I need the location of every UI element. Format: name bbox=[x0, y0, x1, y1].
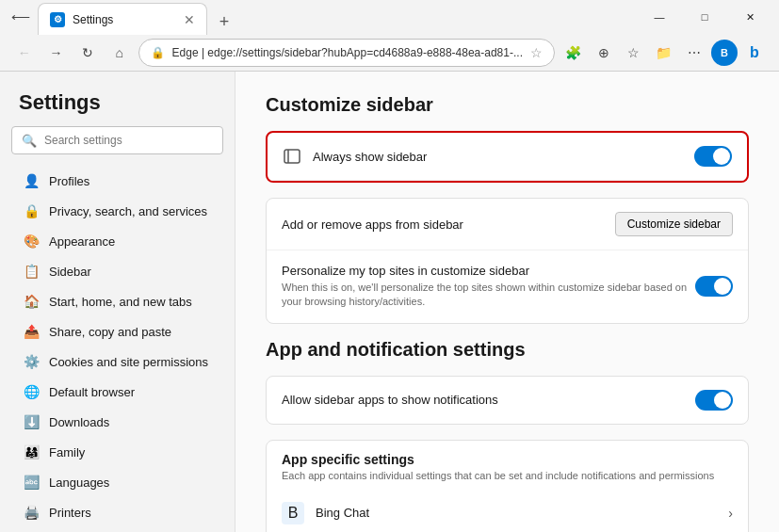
sidebar-icon-printers: 🖨️ bbox=[23, 504, 40, 521]
sidebar-item-family[interactable]: 👨‍👩‍👧 Family bbox=[4, 437, 231, 467]
window-controls: — □ ✕ bbox=[638, 2, 771, 32]
customize-sidebar-title: Customize sidebar bbox=[266, 94, 749, 116]
search-icon: 🔍 bbox=[22, 134, 37, 148]
sidebar-item-profiles[interactable]: 👤 Profiles bbox=[4, 166, 231, 196]
personalize-label: Personalize my top sites in customize si… bbox=[282, 264, 695, 278]
settings-content: Customize sidebar Always show sidebar Ad… bbox=[235, 72, 779, 532]
tab-title-label: Settings bbox=[73, 13, 176, 26]
allow-notifications-toggle[interactable] bbox=[695, 390, 733, 411]
sidebar-label-sidebar: Sidebar bbox=[49, 265, 91, 279]
sidebar-icon-downloads: ⬇️ bbox=[23, 413, 40, 430]
sidebar-label-cookies: Cookies and site permissions bbox=[49, 355, 208, 369]
sidebar-label-printers: Printers bbox=[49, 506, 91, 520]
app-specific-title: App specific settings bbox=[282, 452, 733, 467]
browser-chrome: ⟵ ⚙ Settings ✕ + — □ ✕ ← → ↻ ⌂ 🔒 Edge | … bbox=[0, 0, 779, 72]
address-text: Edge | edge://settings/sidebar?hubApp=cd… bbox=[172, 46, 523, 59]
sidebar-icon-cookies: ⚙️ bbox=[23, 353, 40, 370]
app-name-bing-chat: Bing Chat bbox=[316, 506, 728, 520]
refresh-button[interactable]: ↻ bbox=[74, 40, 101, 66]
settings-sidebar: Settings 🔍 👤 Profiles 🔒 Privacy, search,… bbox=[0, 72, 235, 532]
app-specific-sub: Each app contains individual settings th… bbox=[282, 470, 733, 481]
address-bar[interactable]: 🔒 Edge | edge://settings/sidebar?hubApp=… bbox=[138, 39, 555, 67]
sidebar-item-share-copy[interactable]: 📤 Share, copy and paste bbox=[4, 316, 231, 347]
app-icon-bing-chat: B bbox=[282, 502, 304, 524]
favorites-btn[interactable]: ☆ bbox=[621, 40, 647, 66]
app-specific-card: App specific settings Each app contains … bbox=[266, 440, 749, 532]
search-box[interactable]: 🔍 bbox=[11, 126, 223, 154]
lock-icon: 🔒 bbox=[151, 46, 165, 59]
sidebar-icon-privacy: 🔒 bbox=[23, 202, 40, 219]
app-notification-title: App and notification settings bbox=[266, 339, 749, 361]
sidebar-label-privacy: Privacy, search, and services bbox=[49, 204, 207, 218]
tab-close-btn[interactable]: ✕ bbox=[184, 12, 195, 27]
personalize-text: Personalize my top sites in customize si… bbox=[282, 264, 695, 310]
new-tab-button[interactable]: + bbox=[211, 8, 237, 35]
sidebar-label-start-home: Start, home, and new tabs bbox=[49, 295, 192, 309]
toolbar-action-icons: 🧩 ⊕ ☆ 📁 ⋯ B b bbox=[560, 40, 768, 66]
tab-favicon: ⚙ bbox=[50, 12, 65, 27]
settings-tab[interactable]: ⚙ Settings ✕ bbox=[38, 3, 207, 35]
sidebar-item-start-home[interactable]: 🏠 Start, home, and new tabs bbox=[4, 286, 231, 316]
add-btn[interactable]: ⊕ bbox=[591, 40, 617, 66]
settings-title: Settings bbox=[0, 72, 235, 126]
nav-back-btn[interactable]: ⟵ bbox=[8, 4, 34, 30]
sidebar-label-share-copy: Share, copy and paste bbox=[49, 325, 171, 339]
sidebar-icon-share-copy: 📤 bbox=[23, 323, 40, 340]
always-show-sidebar-card: Always show sidebar bbox=[266, 131, 749, 183]
extensions-btn[interactable]: 🧩 bbox=[560, 40, 587, 66]
sidebar-icon-default-browser: 🌐 bbox=[23, 383, 40, 400]
always-show-row: Always show sidebar bbox=[268, 133, 747, 181]
add-remove-row: Add or remove apps from sidebar Customiz… bbox=[267, 199, 748, 250]
sidebar-icon-languages: 🔤 bbox=[23, 474, 40, 491]
main-content: Settings 🔍 👤 Profiles 🔒 Privacy, search,… bbox=[0, 72, 779, 532]
sidebar-icon-sidebar: 📋 bbox=[23, 263, 40, 280]
sidebar-icon-profiles: 👤 bbox=[23, 172, 40, 189]
maximize-btn[interactable]: □ bbox=[683, 2, 726, 32]
chevron-icon-bing-chat: › bbox=[728, 506, 733, 521]
sidebar-item-system[interactable]: 💻 System and performance bbox=[4, 527, 231, 532]
add-remove-card: Add or remove apps from sidebar Customiz… bbox=[266, 198, 749, 324]
sidebar-icon-start-home: 🏠 bbox=[23, 293, 40, 310]
notifications-card: Allow sidebar apps to show notifications bbox=[266, 376, 749, 425]
collections-btn[interactable]: 📁 bbox=[651, 40, 677, 66]
sidebar-item-cookies[interactable]: ⚙️ Cookies and site permissions bbox=[4, 347, 231, 377]
browser-toolbar: ← → ↻ ⌂ 🔒 Edge | edge://settings/sidebar… bbox=[0, 34, 779, 72]
allow-notifications-label: Allow sidebar apps to show notifications bbox=[282, 393, 695, 407]
customize-sidebar-button[interactable]: Customize sidebar bbox=[615, 212, 733, 236]
add-remove-label: Add or remove apps from sidebar bbox=[282, 218, 615, 232]
profile-btn[interactable]: B bbox=[711, 40, 738, 66]
always-show-toggle[interactable] bbox=[694, 146, 732, 167]
sidebar-label-downloads: Downloads bbox=[49, 415, 109, 429]
sidebar-item-default-browser[interactable]: 🌐 Default browser bbox=[4, 377, 231, 407]
sidebar-items-container: 👤 Profiles 🔒 Privacy, search, and servic… bbox=[0, 166, 235, 532]
personalize-toggle[interactable] bbox=[695, 276, 733, 297]
search-input[interactable] bbox=[44, 134, 213, 147]
forward-button[interactable]: → bbox=[43, 40, 70, 66]
sidebar-icon bbox=[283, 147, 301, 166]
browser-menu-btn[interactable]: ⋯ bbox=[681, 40, 707, 66]
sidebar-label-languages: Languages bbox=[49, 476, 109, 490]
sidebar-item-printers[interactable]: 🖨️ Printers bbox=[4, 497, 231, 527]
sidebar-item-appearance[interactable]: 🎨 Appearance bbox=[4, 226, 231, 256]
sidebar-item-downloads[interactable]: ⬇️ Downloads bbox=[4, 407, 231, 437]
sidebar-icon-family: 👨‍👩‍👧 bbox=[23, 443, 40, 460]
star-icon[interactable]: ☆ bbox=[530, 45, 543, 60]
app-item-bing-chat[interactable]: B Bing Chat › bbox=[267, 489, 748, 532]
sidebar-label-default-browser: Default browser bbox=[49, 385, 135, 399]
sidebar-item-privacy[interactable]: 🔒 Privacy, search, and services bbox=[4, 196, 231, 226]
sidebar-label-family: Family bbox=[49, 445, 85, 459]
back-button[interactable]: ← bbox=[11, 40, 38, 66]
sidebar-icon-appearance: 🎨 bbox=[23, 233, 40, 250]
sidebar-item-languages[interactable]: 🔤 Languages bbox=[4, 467, 231, 497]
copilot-btn[interactable]: b bbox=[741, 40, 768, 66]
app-specific-header: App specific settings Each app contains … bbox=[267, 441, 748, 489]
allow-notifications-row: Allow sidebar apps to show notifications bbox=[267, 377, 748, 424]
close-btn[interactable]: ✕ bbox=[728, 2, 771, 32]
sidebar-label-profiles: Profiles bbox=[49, 174, 89, 188]
personalize-row: Personalize my top sites in customize si… bbox=[267, 250, 748, 323]
minimize-btn[interactable]: — bbox=[638, 2, 681, 32]
home-button[interactable]: ⌂ bbox=[106, 40, 133, 66]
app-items-container: B Bing Chat › 🔔 Action center › 🔍 Search… bbox=[267, 489, 748, 532]
personalize-sub: When this is on, we'll personalize the t… bbox=[282, 281, 695, 310]
sidebar-item-sidebar[interactable]: 📋 Sidebar bbox=[4, 256, 231, 286]
